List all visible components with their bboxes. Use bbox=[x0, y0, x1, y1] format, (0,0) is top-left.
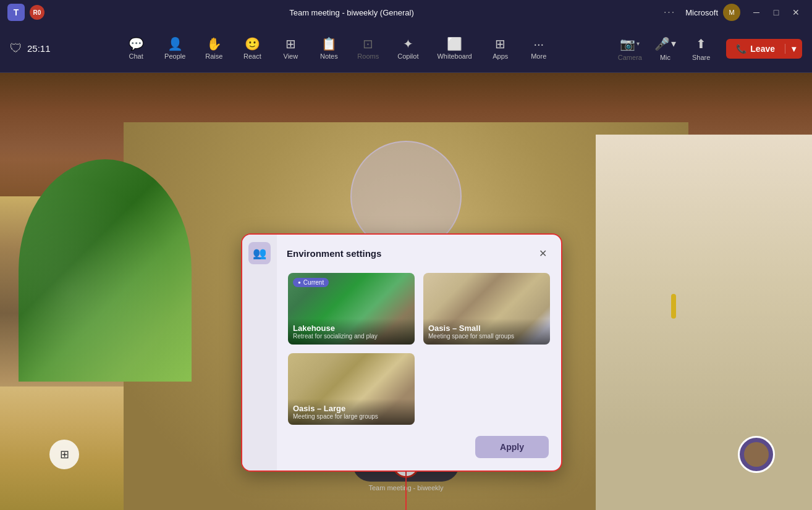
participant-face bbox=[744, 442, 769, 467]
window-controls: ─ □ ✕ bbox=[748, 4, 805, 21]
oasis-large-overlay: Oasis – Large Meeting space for large gr… bbox=[288, 399, 415, 425]
chat-label: Chat bbox=[129, 52, 143, 60]
raise-label: Raise bbox=[205, 52, 222, 60]
environment-grid: Current Lakehouse Retreat for socializin… bbox=[287, 272, 551, 426]
main-content: ⊞ 👥 Environment settings ✕ Current bbox=[0, 73, 812, 510]
env-card-lakehouse[interactable]: Current Lakehouse Retreat for socializin… bbox=[287, 272, 416, 346]
camera-caret-icon: ▾ bbox=[636, 40, 640, 47]
lakehouse-name: Lakehouse bbox=[293, 324, 410, 333]
lakehouse-desc: Retreat for socializing and play bbox=[293, 333, 410, 340]
more-icon: ··· bbox=[533, 38, 544, 50]
toolbar: 🛡 25:11 💬 Chat 👤 People ✋ Raise 🙂 React … bbox=[0, 25, 812, 73]
notes-label: Notes bbox=[320, 52, 338, 60]
toolbar-copilot[interactable]: ✦ Copilot bbox=[389, 34, 427, 64]
connector-line bbox=[405, 470, 407, 510]
toolbar-more[interactable]: ··· More bbox=[520, 34, 557, 64]
toolbar-people[interactable]: 👤 People bbox=[156, 34, 194, 64]
meeting-timer: 25:11 bbox=[27, 43, 52, 54]
env-card-empty bbox=[422, 352, 551, 426]
copilot-icon: ✦ bbox=[403, 38, 413, 50]
panel-footer: Apply bbox=[287, 436, 551, 461]
people-icon: 👤 bbox=[167, 38, 183, 50]
toolbar-apps[interactable]: ⊞ Apps bbox=[482, 34, 519, 64]
view-icon: ⊞ bbox=[285, 38, 296, 50]
mic-icon: 🎤 bbox=[654, 36, 670, 51]
copilot-label: Copilot bbox=[397, 52, 418, 60]
title-bar: T R0 Team meeting - biweekly (General) ·… bbox=[0, 0, 812, 25]
window-title: Team meeting - biweekly (General) bbox=[44, 8, 659, 17]
grid-button[interactable]: ⊞ bbox=[49, 440, 79, 469]
apps-label: Apps bbox=[493, 52, 508, 60]
current-label: Current bbox=[303, 279, 324, 286]
toolbar-rooms[interactable]: ⊡ Rooms bbox=[349, 34, 387, 64]
environment-settings-panel: 👥 Environment settings ✕ Current Lakehou… bbox=[241, 233, 562, 472]
oasis-small-overlay: Oasis – Small Meeting space for small gr… bbox=[423, 319, 550, 345]
whiteboard-label: Whiteboard bbox=[437, 52, 472, 60]
user-avatar: R0 bbox=[30, 5, 44, 20]
microsoft-area: ··· Microsoft M bbox=[659, 4, 740, 21]
microsoft-label: Microsoft bbox=[685, 8, 718, 17]
share-icon: ⬆ bbox=[696, 36, 706, 51]
toolbar-view[interactable]: ⊞ View bbox=[272, 34, 309, 64]
vase-decoration bbox=[671, 294, 676, 319]
camera-label: Camera bbox=[618, 54, 642, 61]
chat-icon: 💬 bbox=[129, 38, 144, 50]
toolbar-items: 💬 Chat 👤 People ✋ Raise 🙂 React ⊞ View 📋… bbox=[62, 34, 613, 64]
app-icons-group: T R0 bbox=[7, 4, 44, 21]
mic-label: Mic bbox=[660, 54, 670, 61]
whiteboard-icon: ⬜ bbox=[447, 38, 462, 50]
panel-sidebar-env-icon[interactable]: 👥 bbox=[248, 242, 271, 264]
leave-caret-icon[interactable]: ▾ bbox=[785, 44, 802, 54]
participant-avatar-right bbox=[738, 436, 775, 473]
more-options-icon[interactable]: ··· bbox=[659, 7, 680, 18]
oasis-large-name: Oasis – Large bbox=[293, 404, 410, 413]
close-button[interactable]: ✕ bbox=[787, 4, 805, 21]
mic-button[interactable]: 🎤 ▾ Mic bbox=[649, 33, 681, 65]
react-label: React bbox=[243, 52, 261, 60]
people-label: People bbox=[164, 52, 185, 60]
arch-window-left bbox=[19, 159, 192, 382]
toolbar-whiteboard[interactable]: ⬜ Whiteboard bbox=[428, 34, 480, 64]
current-badge: Current bbox=[293, 278, 329, 287]
lakehouse-overlay: Lakehouse Retreat for socializing and pl… bbox=[288, 319, 415, 345]
react-icon: 🙂 bbox=[245, 38, 260, 50]
view-label: View bbox=[284, 52, 298, 60]
mic-caret-icon: ▾ bbox=[671, 38, 676, 49]
more-label: More bbox=[531, 52, 546, 60]
minimize-button[interactable]: ─ bbox=[748, 4, 765, 21]
teams-logo: T bbox=[7, 4, 25, 21]
panel-sidebar: 👥 bbox=[242, 235, 277, 470]
panel-header: Environment settings ✕ bbox=[287, 245, 551, 262]
panel-close-button[interactable]: ✕ bbox=[534, 245, 551, 262]
leave-label: Leave bbox=[750, 44, 775, 54]
toolbar-right: 📷 ▾ Camera 🎤 ▾ Mic ⬆ Share 📞 Leave ▾ bbox=[613, 33, 802, 65]
camera-button[interactable]: 📷 ▾ Camera bbox=[613, 33, 647, 65]
rooms-label: Rooms bbox=[357, 52, 379, 60]
oasis-small-name: Oasis – Small bbox=[428, 324, 545, 333]
phone-icon: 📞 bbox=[736, 44, 746, 54]
ms-user-avatar: M bbox=[723, 4, 740, 21]
oasis-small-desc: Meeting space for small groups bbox=[428, 333, 545, 340]
apps-icon: ⊞ bbox=[495, 38, 505, 50]
oasis-large-desc: Meeting space for large groups bbox=[293, 413, 410, 420]
share-button[interactable]: ⬆ Share bbox=[683, 33, 719, 65]
env-card-oasis-large[interactable]: Oasis – Large Meeting space for large gr… bbox=[287, 352, 416, 426]
env-card-oasis-small[interactable]: Oasis – Small Meeting space for small gr… bbox=[422, 272, 551, 346]
shield-icon: 🛡 bbox=[10, 41, 22, 56]
rooms-icon: ⊡ bbox=[363, 38, 373, 50]
toolbar-raise[interactable]: ✋ Raise bbox=[195, 34, 232, 64]
toolbar-chat[interactable]: 💬 Chat bbox=[117, 34, 154, 64]
raise-icon: ✋ bbox=[206, 38, 222, 50]
share-label: Share bbox=[692, 54, 710, 61]
leave-button[interactable]: 📞 Leave ▾ bbox=[726, 39, 802, 59]
panel-title: Environment settings bbox=[287, 248, 381, 259]
maximize-button[interactable]: □ bbox=[768, 4, 785, 21]
camera-icon: 📷 bbox=[620, 36, 635, 51]
wall-right bbox=[596, 135, 812, 510]
panel-main: Environment settings ✕ Current Lakehouse… bbox=[277, 235, 561, 470]
apply-button[interactable]: Apply bbox=[475, 436, 549, 458]
toolbar-react[interactable]: 🙂 React bbox=[234, 34, 271, 64]
notes-icon: 📋 bbox=[321, 38, 337, 50]
toolbar-notes[interactable]: 📋 Notes bbox=[310, 34, 347, 64]
